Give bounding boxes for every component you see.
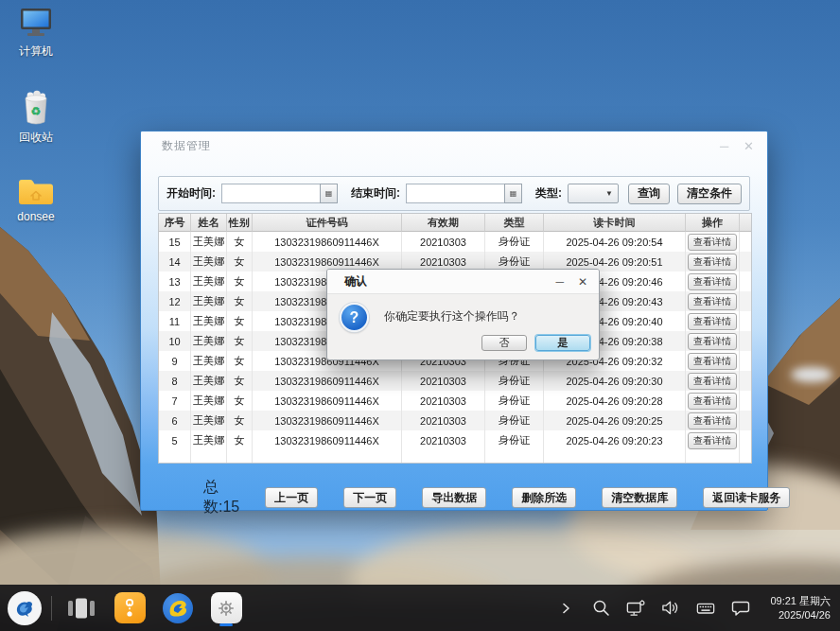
window-titlebar[interactable]: 数据管理 ─ ✕ [141, 131, 767, 160]
table-cell: 女 [227, 351, 253, 371]
window-minimize-button[interactable]: ─ [720, 140, 728, 152]
table-action-cell: 查看详情 [686, 232, 740, 252]
back-to-reader-service-button[interactable]: 返回读卡服务 [703, 487, 790, 508]
table-cell: 2025-04-26 09:20:54 [544, 232, 686, 252]
clock-time: 09:21 星期六 [770, 594, 831, 608]
table-cell: 身份证 [485, 232, 544, 252]
chat-bubble-icon [731, 600, 750, 617]
table-cell: 身份证 [485, 391, 544, 411]
table-row[interactable]: 5王美娜女13032319860911446X20210303身份证2025-0… [159, 430, 751, 450]
table-cell: 12 [159, 291, 191, 311]
desktop-icon-donsee-folder[interactable]: donsee [6, 176, 66, 223]
dialog-minimize-button[interactable]: ─ [555, 276, 564, 288]
table-row[interactable]: 6王美娜女13032319860911446X20210303身份证2025-0… [159, 411, 751, 430]
table-cell: 2025-04-26 09:20:25 [544, 411, 686, 430]
gear-icon [211, 592, 242, 623]
browser-button[interactable] [161, 590, 195, 626]
table-cell: 7 [159, 391, 191, 411]
no-button[interactable]: 否 [481, 335, 527, 351]
view-details-button[interactable]: 查看详情 [688, 373, 737, 390]
column-header: 有效期 [402, 214, 485, 232]
launcher-logo-icon [13, 597, 36, 620]
task-view-button[interactable] [64, 590, 98, 626]
table-cell: 15 [159, 232, 191, 252]
table-cell: 13032319860911446X [253, 430, 402, 450]
tray-keyboard-button[interactable] [696, 599, 715, 618]
tray-volume-button[interactable] [661, 599, 680, 618]
table-action-cell: 查看详情 [686, 311, 740, 331]
prev-page-button[interactable]: 上一页 [265, 487, 318, 508]
table-action-cell: 查看详情 [686, 391, 740, 411]
table-action-cell: 查看详情 [686, 252, 740, 272]
end-time-input[interactable] [406, 184, 504, 203]
window-close-button[interactable]: ✕ [744, 140, 754, 152]
launcher-button[interactable] [8, 591, 42, 625]
table-cell: 女 [227, 331, 253, 351]
settings-button[interactable] [209, 590, 243, 626]
view-details-button[interactable]: 查看详情 [688, 273, 737, 290]
desktop-icon-area: 计算机 ♻ 回收站 donsee [6, 8, 66, 223]
start-time-calendar-button[interactable]: ▦ [320, 184, 338, 203]
view-details-button[interactable]: 查看详情 [688, 412, 737, 429]
table-cell: 20210303 [402, 371, 485, 391]
dock-app-orange-button[interactable] [113, 590, 147, 626]
dialog-title: 确认 [344, 273, 367, 289]
view-details-button[interactable]: 查看详情 [688, 353, 737, 370]
table-cell: 女 [227, 252, 253, 272]
table-action-cell: 查看详情 [686, 272, 740, 291]
tray-notifications-button[interactable] [731, 599, 750, 618]
clock[interactable]: 09:21 星期六 2025/04/26 [770, 594, 831, 622]
table-cell: 女 [227, 391, 253, 411]
table-cell: 女 [227, 291, 253, 311]
table-row[interactable]: 7王美娜女13032319860911446X20210303身份证2025-0… [159, 391, 751, 411]
dialog-close-button[interactable]: ✕ [578, 276, 587, 288]
filter-bar: 开始时间: ▦ 结束时间: ▦ 类型: ▼ 查询 清空条件 [158, 176, 750, 211]
question-icon: ? [340, 303, 369, 332]
table-cell: 王美娜 [191, 311, 227, 331]
clear-database-button[interactable]: 清空数据库 [602, 487, 677, 508]
table-cell: 13032319860911446X [253, 411, 402, 430]
column-header: 读卡时间 [544, 214, 686, 232]
table-cell: 王美娜 [191, 430, 227, 450]
table-row[interactable]: 15王美娜女13032319860911446X20210303身份证2025-… [159, 232, 751, 252]
type-select[interactable]: ▼ [568, 184, 619, 203]
yes-button[interactable]: 是 [535, 335, 590, 351]
table-cell: 9 [159, 351, 191, 371]
table-cell-spacer [740, 311, 751, 331]
table-cell-spacer [740, 430, 751, 450]
tray-display-button[interactable] [626, 599, 645, 618]
next-page-button[interactable]: 下一页 [343, 487, 396, 508]
query-button[interactable]: 查询 [628, 184, 670, 204]
dialog-titlebar[interactable]: 确认 ─ ✕ [327, 270, 599, 294]
export-data-button[interactable]: 导出数据 [422, 487, 486, 508]
view-details-button[interactable]: 查看详情 [688, 393, 737, 410]
table-cell: 20210303 [402, 391, 485, 411]
table-cell-spacer [740, 331, 751, 351]
computer-icon [17, 8, 55, 40]
view-details-button[interactable]: 查看详情 [688, 313, 737, 330]
table-cell: 2025-04-26 09:20:28 [544, 391, 686, 411]
view-details-button[interactable]: 查看详情 [688, 293, 737, 310]
tray-expand-button[interactable] [556, 599, 575, 618]
desktop-icon-computer[interactable]: 计算机 [6, 8, 66, 60]
clear-conditions-button[interactable]: 清空条件 [677, 184, 742, 204]
tray-search-button[interactable] [591, 599, 610, 618]
table-cell: 13 [159, 272, 191, 291]
table-cell-spacer [740, 371, 751, 391]
table-action-cell: 查看详情 [686, 430, 740, 450]
desktop-icon-recycle-bin[interactable]: ♻ 回收站 [6, 90, 66, 146]
speaker-icon [661, 599, 680, 617]
view-details-button[interactable]: 查看详情 [688, 432, 737, 449]
table-cell-spacer [740, 411, 751, 430]
end-time-calendar-button[interactable]: ▦ [504, 184, 522, 203]
start-time-input[interactable] [221, 184, 320, 203]
view-details-button[interactable]: 查看详情 [688, 333, 737, 350]
view-details-button[interactable]: 查看详情 [688, 254, 737, 271]
view-details-button[interactable]: 查看详情 [688, 234, 737, 251]
column-header: 类型 [485, 214, 544, 232]
table-cell: 13032319860911446X [253, 232, 402, 252]
delete-selected-button[interactable]: 删除所选 [512, 487, 576, 508]
column-header: 姓名 [191, 214, 227, 232]
type-label: 类型: [535, 185, 562, 202]
table-row[interactable]: 8王美娜女13032319860911446X20210303身份证2025-0… [159, 371, 751, 391]
